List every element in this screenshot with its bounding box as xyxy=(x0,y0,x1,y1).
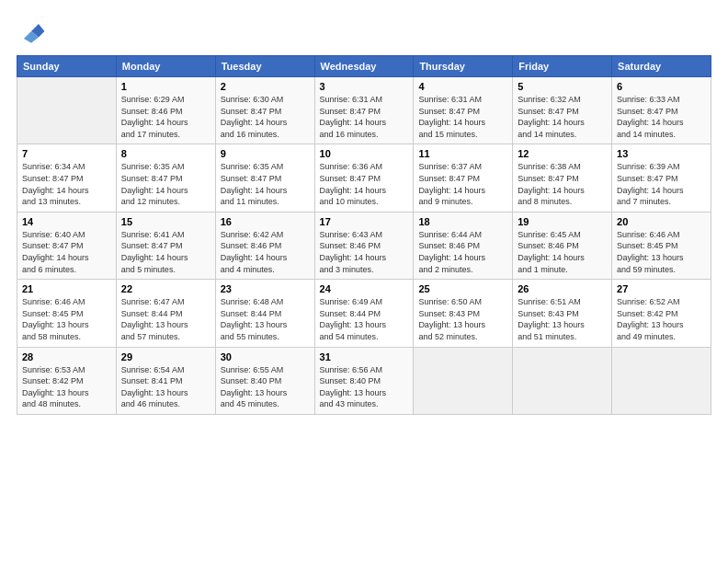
day-info: Sunrise: 6:54 AM Sunset: 8:41 PM Dayligh… xyxy=(121,364,210,410)
day-info: Sunrise: 6:46 AM Sunset: 8:45 PM Dayligh… xyxy=(22,296,111,342)
day-number: 12 xyxy=(518,148,607,159)
day-number: 15 xyxy=(121,216,210,227)
day-cell: 19Sunrise: 6:45 AM Sunset: 8:46 PM Dayli… xyxy=(513,212,612,279)
day-info: Sunrise: 6:43 AM Sunset: 8:46 PM Dayligh… xyxy=(320,229,409,275)
day-info: Sunrise: 6:35 AM Sunset: 8:47 PM Dayligh… xyxy=(121,161,210,207)
day-cell: 13Sunrise: 6:39 AM Sunset: 8:47 PM Dayli… xyxy=(612,144,711,212)
week-row-1: 7Sunrise: 6:34 AM Sunset: 8:47 PM Daylig… xyxy=(17,144,711,212)
day-number: 6 xyxy=(617,81,706,92)
day-cell: 27Sunrise: 6:52 AM Sunset: 8:42 PM Dayli… xyxy=(612,280,711,347)
header xyxy=(17,17,711,46)
day-number: 25 xyxy=(418,283,507,294)
day-cell: 31Sunrise: 6:56 AM Sunset: 8:40 PM Dayli… xyxy=(314,347,414,414)
day-number: 23 xyxy=(221,283,310,294)
day-number: 31 xyxy=(320,351,409,362)
day-info: Sunrise: 6:39 AM Sunset: 8:47 PM Dayligh… xyxy=(617,161,706,207)
day-number: 18 xyxy=(418,216,507,227)
weekday-header-sunday: Sunday xyxy=(17,56,117,77)
day-number: 20 xyxy=(617,216,706,227)
day-info: Sunrise: 6:33 AM Sunset: 8:47 PM Dayligh… xyxy=(617,94,706,140)
day-info: Sunrise: 6:29 AM Sunset: 8:46 PM Dayligh… xyxy=(121,94,210,140)
day-number: 2 xyxy=(221,81,310,92)
day-cell: 10Sunrise: 6:36 AM Sunset: 8:47 PM Dayli… xyxy=(314,144,414,212)
day-info: Sunrise: 6:55 AM Sunset: 8:40 PM Dayligh… xyxy=(221,364,310,410)
weekday-header-saturday: Saturday xyxy=(612,56,711,77)
day-cell: 24Sunrise: 6:49 AM Sunset: 8:44 PM Dayli… xyxy=(314,280,414,347)
day-number: 4 xyxy=(418,81,507,92)
day-cell xyxy=(414,347,513,414)
day-info: Sunrise: 6:47 AM Sunset: 8:44 PM Dayligh… xyxy=(121,296,210,342)
day-info: Sunrise: 6:35 AM Sunset: 8:47 PM Dayligh… xyxy=(221,161,310,207)
day-number: 13 xyxy=(617,148,706,159)
weekday-header-monday: Monday xyxy=(116,56,215,77)
day-info: Sunrise: 6:51 AM Sunset: 8:43 PM Dayligh… xyxy=(518,296,607,342)
day-cell: 1Sunrise: 6:29 AM Sunset: 8:46 PM Daylig… xyxy=(116,77,215,144)
day-info: Sunrise: 6:46 AM Sunset: 8:45 PM Dayligh… xyxy=(617,229,706,275)
day-cell: 14Sunrise: 6:40 AM Sunset: 8:47 PM Dayli… xyxy=(17,212,117,279)
weekday-header-thursday: Thursday xyxy=(414,56,513,77)
day-number: 26 xyxy=(518,283,607,294)
day-info: Sunrise: 6:44 AM Sunset: 8:46 PM Dayligh… xyxy=(418,229,507,275)
day-number: 1 xyxy=(121,81,210,92)
day-cell xyxy=(513,347,612,414)
day-cell: 8Sunrise: 6:35 AM Sunset: 8:47 PM Daylig… xyxy=(116,144,215,212)
day-info: Sunrise: 6:45 AM Sunset: 8:46 PM Dayligh… xyxy=(518,229,607,275)
day-info: Sunrise: 6:31 AM Sunset: 8:47 PM Dayligh… xyxy=(418,94,507,140)
day-info: Sunrise: 6:49 AM Sunset: 8:44 PM Dayligh… xyxy=(320,296,409,342)
day-cell: 29Sunrise: 6:54 AM Sunset: 8:41 PM Dayli… xyxy=(116,347,215,414)
weekday-header-friday: Friday xyxy=(513,56,612,77)
day-number: 8 xyxy=(121,148,210,159)
day-cell: 25Sunrise: 6:50 AM Sunset: 8:43 PM Dayli… xyxy=(414,280,513,347)
day-info: Sunrise: 6:37 AM Sunset: 8:47 PM Dayligh… xyxy=(418,161,507,207)
day-cell: 28Sunrise: 6:53 AM Sunset: 8:42 PM Dayli… xyxy=(17,347,117,414)
day-cell: 18Sunrise: 6:44 AM Sunset: 8:46 PM Dayli… xyxy=(414,212,513,279)
day-cell xyxy=(17,77,117,144)
day-info: Sunrise: 6:42 AM Sunset: 8:46 PM Dayligh… xyxy=(221,229,310,275)
day-number: 21 xyxy=(22,283,111,294)
day-cell: 17Sunrise: 6:43 AM Sunset: 8:46 PM Dayli… xyxy=(314,212,414,279)
calendar-table: SundayMondayTuesdayWednesdayThursdayFrid… xyxy=(17,55,711,415)
day-info: Sunrise: 6:40 AM Sunset: 8:47 PM Dayligh… xyxy=(22,229,111,275)
day-cell: 21Sunrise: 6:46 AM Sunset: 8:45 PM Dayli… xyxy=(17,280,117,347)
day-cell: 4Sunrise: 6:31 AM Sunset: 8:47 PM Daylig… xyxy=(414,77,513,144)
week-row-2: 14Sunrise: 6:40 AM Sunset: 8:47 PM Dayli… xyxy=(17,212,711,279)
week-row-3: 21Sunrise: 6:46 AM Sunset: 8:45 PM Dayli… xyxy=(17,280,711,347)
day-info: Sunrise: 6:50 AM Sunset: 8:43 PM Dayligh… xyxy=(418,296,507,342)
day-number: 29 xyxy=(121,351,210,362)
day-info: Sunrise: 6:52 AM Sunset: 8:42 PM Dayligh… xyxy=(617,296,706,342)
day-number: 24 xyxy=(320,283,409,294)
week-row-0: 1Sunrise: 6:29 AM Sunset: 8:46 PM Daylig… xyxy=(17,77,711,144)
day-number: 11 xyxy=(418,148,507,159)
day-cell: 30Sunrise: 6:55 AM Sunset: 8:40 PM Dayli… xyxy=(215,347,314,414)
day-cell: 5Sunrise: 6:32 AM Sunset: 8:47 PM Daylig… xyxy=(513,77,612,144)
weekday-header-wednesday: Wednesday xyxy=(314,56,414,77)
day-info: Sunrise: 6:36 AM Sunset: 8:47 PM Dayligh… xyxy=(320,161,409,207)
day-number: 10 xyxy=(320,148,409,159)
day-cell: 6Sunrise: 6:33 AM Sunset: 8:47 PM Daylig… xyxy=(612,77,711,144)
day-cell: 26Sunrise: 6:51 AM Sunset: 8:43 PM Dayli… xyxy=(513,280,612,347)
page: SundayMondayTuesdayWednesdayThursdayFrid… xyxy=(0,0,728,563)
day-info: Sunrise: 6:48 AM Sunset: 8:44 PM Dayligh… xyxy=(221,296,310,342)
day-number: 17 xyxy=(320,216,409,227)
day-info: Sunrise: 6:53 AM Sunset: 8:42 PM Dayligh… xyxy=(22,364,111,410)
day-number: 7 xyxy=(22,148,111,159)
day-number: 9 xyxy=(221,148,310,159)
day-number: 5 xyxy=(518,81,607,92)
day-info: Sunrise: 6:34 AM Sunset: 8:47 PM Dayligh… xyxy=(22,161,111,207)
day-number: 19 xyxy=(518,216,607,227)
weekday-header-tuesday: Tuesday xyxy=(215,56,314,77)
day-cell: 2Sunrise: 6:30 AM Sunset: 8:47 PM Daylig… xyxy=(215,77,314,144)
day-number: 14 xyxy=(22,216,111,227)
day-cell: 23Sunrise: 6:48 AM Sunset: 8:44 PM Dayli… xyxy=(215,280,314,347)
day-cell: 3Sunrise: 6:31 AM Sunset: 8:47 PM Daylig… xyxy=(314,77,414,144)
day-info: Sunrise: 6:38 AM Sunset: 8:47 PM Dayligh… xyxy=(518,161,607,207)
day-number: 3 xyxy=(320,81,409,92)
day-cell: 9Sunrise: 6:35 AM Sunset: 8:47 PM Daylig… xyxy=(215,144,314,212)
day-number: 30 xyxy=(221,351,310,362)
day-cell: 7Sunrise: 6:34 AM Sunset: 8:47 PM Daylig… xyxy=(17,144,117,212)
day-info: Sunrise: 6:32 AM Sunset: 8:47 PM Dayligh… xyxy=(518,94,607,140)
logo xyxy=(17,17,50,46)
logo-icon xyxy=(17,17,46,46)
day-cell: 12Sunrise: 6:38 AM Sunset: 8:47 PM Dayli… xyxy=(513,144,612,212)
day-cell: 16Sunrise: 6:42 AM Sunset: 8:46 PM Dayli… xyxy=(215,212,314,279)
